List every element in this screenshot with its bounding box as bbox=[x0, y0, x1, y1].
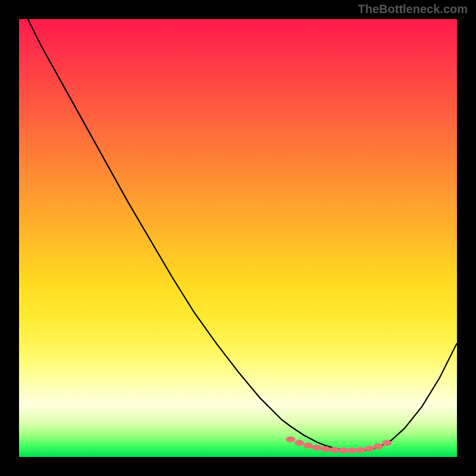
optimal-point bbox=[356, 447, 365, 453]
optimal-point bbox=[347, 447, 356, 453]
optimal-point bbox=[330, 447, 339, 453]
optimal-point bbox=[365, 446, 374, 452]
bottleneck-curve bbox=[19, 19, 457, 457]
optimal-point bbox=[312, 445, 321, 451]
optimal-point bbox=[339, 447, 348, 453]
optimal-range-dots bbox=[19, 19, 457, 457]
optimal-point bbox=[321, 446, 330, 452]
optimal-point bbox=[303, 443, 313, 449]
optimal-point bbox=[374, 443, 383, 449]
chart-plot-area bbox=[19, 19, 457, 457]
optimal-point bbox=[286, 437, 295, 443]
optimal-point bbox=[382, 440, 392, 446]
watermark-text: TheBottleneck.com bbox=[358, 2, 468, 16]
optimal-point bbox=[295, 440, 304, 446]
